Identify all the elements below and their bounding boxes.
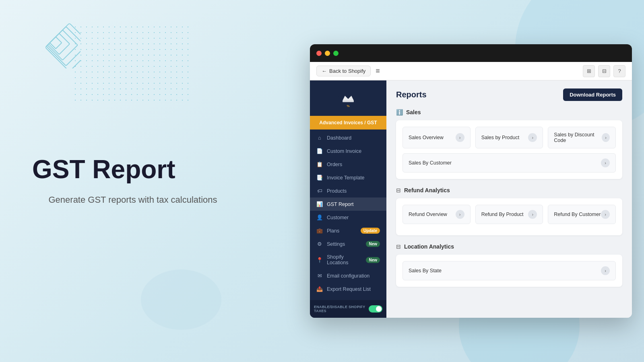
sidebar-item-orders[interactable]: 📋 Orders (310, 158, 386, 171)
back-to-shopify-button[interactable]: ← Back to Shopify (316, 66, 371, 76)
report-name: Refund By Customer (554, 212, 601, 217)
location-section-title: Location Analytics (404, 243, 454, 250)
sidebar-footer: Enable/Disable Shopify Taxes (310, 300, 386, 318)
sidebar-item-label: Settings (327, 241, 345, 247)
shopify-taxes-toggle[interactable] (369, 305, 382, 313)
bg-blob-left (141, 269, 221, 330)
sidebar-item-label: Plans (327, 228, 339, 234)
plans-badge: Update (361, 228, 380, 234)
sidebar-item-label: Email configuration (327, 273, 369, 279)
sidebar-item-plans[interactable]: 💼 Plans Update (310, 224, 386, 237)
location-section-card: Sales By State › (396, 255, 622, 287)
refund-section-header: ⊟ Refund Analytics (396, 187, 622, 193)
sidebar-item-export-request[interactable]: 📤 Export Request List (310, 282, 386, 296)
sidebar-item-customer[interactable]: 👤 Customer (310, 211, 386, 224)
sidebar-item-label: Shopify Locations (327, 254, 362, 265)
toolbar-icon-help[interactable]: ? (613, 65, 625, 77)
back-arrow-icon: ← (322, 68, 327, 74)
location-icon: ⊟ (396, 243, 401, 250)
sidebar-item-email-config[interactable]: ✉ Email configuration (310, 269, 386, 282)
arrow-icon: › (601, 266, 610, 275)
bg-diamond-icon (24, 12, 80, 68)
sidebar-item-settings[interactable]: ⚙ Settings New (310, 237, 386, 251)
sidebar-item-dashboard[interactable]: ⌂ Dashboard (310, 131, 386, 144)
report-name: Sales Overview (409, 135, 444, 140)
plans-icon: 💼 (316, 228, 323, 234)
report-item-refund-by-product[interactable]: Refund By Product › (475, 205, 543, 224)
browser-window: ← Back to Shopify ≡ ⊞ ⊟ ? % (310, 44, 632, 318)
arrow-icon: › (528, 210, 537, 219)
toolbar-icon-grid[interactable]: ⊞ (583, 65, 595, 77)
sidebar-item-label: Orders (327, 162, 342, 167)
location-section: ⊟ Location Analytics Sales By State › (396, 243, 622, 287)
arrow-icon: › (601, 158, 610, 167)
page-header: Reports Download Reports (396, 88, 622, 101)
report-item-sales-by-discount[interactable]: Sales by Discount Code › (548, 127, 616, 148)
refund-section: ⊟ Refund Analytics Refund Overview › Ref… (396, 187, 622, 235)
sidebar-item-gst-report[interactable]: 📊 GST Report (310, 197, 386, 211)
sidebar-logo: % (310, 80, 386, 116)
bg-dots-pattern (72, 24, 193, 105)
report-item-sales-overview[interactable]: Sales Overview › (402, 127, 471, 148)
browser-body: % Advanced Invoices / GST ⌂ Dashboard 📄 … (310, 80, 632, 318)
locations-icon: 📍 (316, 257, 323, 263)
menu-icon[interactable]: ≡ (376, 67, 380, 75)
sidebar-item-products[interactable]: 🏷 Products (310, 184, 386, 197)
email-icon: ✉ (316, 273, 323, 279)
svg-text:%: % (347, 104, 349, 108)
report-item-refund-overview[interactable]: Refund Overview › (402, 205, 471, 224)
browser-titlebar (310, 44, 632, 62)
main-content: Reports Download Reports ℹ️ Sales Sales … (386, 80, 632, 318)
sales-section-card: Sales Overview › Sales by Product › Sale… (396, 120, 622, 179)
dashboard-icon: ⌂ (316, 135, 323, 141)
sidebar-nav: ⌂ Dashboard 📄 Custom Invoice 📋 Orders 📑 … (310, 130, 386, 300)
refund-icon: ⊟ (396, 187, 401, 193)
customer-icon: 👤 (316, 214, 323, 220)
report-name: Sales by Discount Code (554, 132, 602, 143)
toggle-label: Enable/Disable Shopify Taxes (314, 305, 365, 313)
shopify-taxes-toggle-row: Enable/Disable Shopify Taxes (314, 305, 382, 313)
sidebar-item-shopify-locations[interactable]: 📍 Shopify Locations New (310, 251, 386, 269)
sidebar-item-label: GST Report (327, 202, 353, 207)
settings-badge: New (366, 241, 380, 247)
report-item-sales-by-customer[interactable]: Sales By Customer › (402, 153, 616, 173)
report-item-sales-by-product[interactable]: Sales by Product › (475, 127, 543, 148)
sales-section-header: ℹ️ Sales (396, 109, 622, 115)
report-item-refund-by-customer[interactable]: Refund By Customer › (548, 205, 616, 224)
export-icon: 📤 (316, 286, 323, 292)
sidebar-item-custom-invoice[interactable]: 📄 Custom Invoice (310, 144, 386, 158)
sales-info-icon: ℹ️ (396, 109, 403, 115)
toolbar-icon-list[interactable]: ⊟ (598, 65, 610, 77)
arrow-icon: › (601, 210, 610, 219)
report-name: Sales By Customer (409, 160, 452, 166)
location-section-header: ⊟ Location Analytics (396, 243, 622, 250)
report-name: Sales by Product (481, 135, 520, 140)
report-item-sales-by-state[interactable]: Sales By State › (402, 261, 616, 280)
window-maximize-btn[interactable] (333, 51, 339, 56)
page-title: Reports (396, 90, 427, 99)
window-close-btn[interactable] (316, 51, 322, 56)
sidebar-item-invoice-template[interactable]: 📑 Invoice Template (310, 171, 386, 184)
sales-section-title: Sales (406, 109, 421, 115)
sidebar-item-label: Customer (327, 215, 349, 220)
sidebar-item-label: Invoice Template (327, 175, 365, 181)
sidebar-item-label: Products (327, 188, 347, 194)
settings-icon: ⚙ (316, 241, 323, 247)
invoice-template-icon: 📑 (316, 175, 323, 181)
svg-rect-7 (343, 101, 354, 102)
main-title: GST Report (32, 155, 233, 183)
sidebar-item-label: Export Request List (327, 286, 371, 292)
download-reports-button[interactable]: Download Reports (563, 88, 622, 101)
products-icon: 🏷 (316, 188, 323, 194)
sidebar-item-label: Custom Invoice (327, 148, 361, 154)
orders-icon: 📋 (316, 161, 323, 167)
back-button-label: Back to Shopify (329, 68, 365, 74)
browser-toolbar: ← Back to Shopify ≡ ⊞ ⊟ ? (310, 62, 632, 80)
window-minimize-btn[interactable] (325, 51, 330, 56)
logo-icon: % (338, 88, 359, 109)
subtitle: Generate GST reports with tax calculatio… (32, 193, 233, 207)
arrow-icon: › (602, 133, 610, 142)
sales-report-grid: Sales Overview › Sales by Product › Sale… (402, 127, 616, 148)
toolbar-icons: ⊞ ⊟ ? (583, 65, 625, 77)
left-content-area: GST Report Generate GST reports with tax… (32, 155, 233, 206)
